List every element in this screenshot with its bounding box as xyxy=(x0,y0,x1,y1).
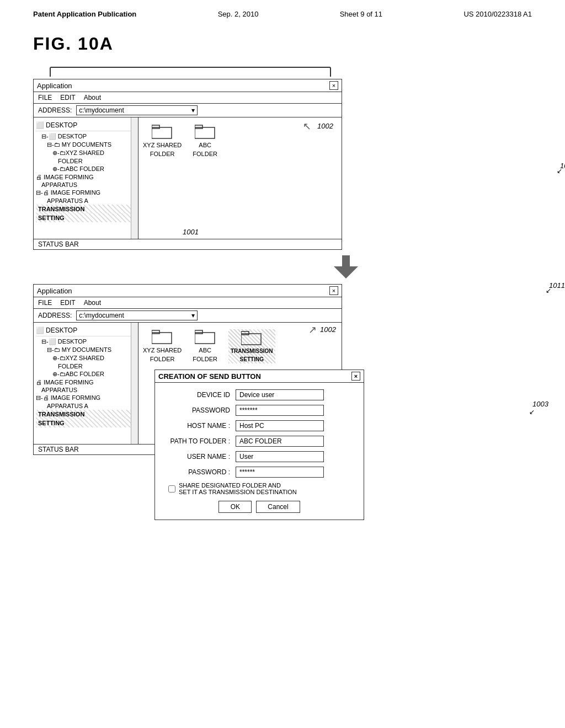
bottom-menu-file[interactable]: FILE xyxy=(38,299,52,307)
patent-header: Patent Application Publication Sep. 2, 2… xyxy=(0,0,565,23)
tree-item-mydocs: ⊟-🗀 MY DOCUMENTS xyxy=(36,141,136,149)
top-window-title: Application xyxy=(37,82,72,90)
label-device-id: DEVICE ID xyxy=(164,391,236,399)
input-username[interactable] xyxy=(236,451,324,462)
share-checkbox[interactable] xyxy=(168,485,175,493)
desktop-label: DESKTOP xyxy=(46,121,77,129)
svg-rect-4 xyxy=(152,333,172,344)
bottom-dropdown-arrow: ▾ xyxy=(191,312,195,319)
dialog-checkbox-row: SHARE DESIGNATED FOLDER ANDSET IT AS TRA… xyxy=(164,482,355,495)
tree-item-apparatus: APPARATUS xyxy=(36,181,136,189)
dialog-titlebar: CREATION OF SEND BUTTON × xyxy=(155,370,364,383)
dialog-title: CREATION OF SEND BUTTON xyxy=(158,372,261,381)
dialog-buttons: OK Cancel xyxy=(164,501,355,513)
address-input-bottom[interactable]: c:\mydocument ▾ xyxy=(76,311,198,320)
bottom-tree-item-apparatus-a: APPARATUS A xyxy=(36,402,136,410)
patent-header-number: US 2010/0223318 A1 xyxy=(463,10,532,18)
tree-item-image-forming: 🖨 IMAGE FORMING xyxy=(36,173,136,181)
menu-edit[interactable]: EDIT xyxy=(60,94,75,101)
bottom-tree-item-xyz: ⊕-🗀XYZ SHARED xyxy=(36,354,136,362)
ref-1001: 1001 xyxy=(183,228,199,236)
file-item-abc[interactable]: ABC FOLDER xyxy=(193,124,217,157)
figure-label: FIG. 10A xyxy=(0,23,565,62)
top-statusbar: STATUS BAR xyxy=(34,239,342,249)
tree-item-transmission[interactable]: TRANSMISSION xyxy=(36,205,136,213)
arrow-down-divider xyxy=(160,255,532,279)
bottom-menu-edit[interactable]: EDIT xyxy=(60,299,75,307)
label-hostname: HOST NAME : xyxy=(164,422,236,430)
address-label: ADDRESS: xyxy=(38,106,72,114)
svg-rect-9 xyxy=(241,331,249,335)
bottom-menu-about[interactable]: About xyxy=(84,299,101,307)
menu-file[interactable]: FILE xyxy=(38,94,52,101)
bottom-window-close[interactable]: × xyxy=(329,286,338,295)
ref-1011-arrow: ↙ xyxy=(546,287,551,295)
svg-rect-5 xyxy=(152,330,159,334)
ref-1003: 1003 xyxy=(532,400,548,408)
top-window-container: Application × FILE EDIT About ADDRESS: c… xyxy=(33,79,532,250)
label-password1: PASSWORD xyxy=(164,406,236,414)
dialog-row-path: PATH TO FOLDER : xyxy=(164,436,355,447)
patent-header-left: Patent Application Publication xyxy=(33,10,136,18)
bottom-file-item-xyz[interactable]: XYZ SHARED FOLDER xyxy=(143,329,182,362)
bottom-address-label: ADDRESS: xyxy=(38,312,72,319)
tree-item-xyz-shared: ⊕-🗀XYZ SHARED xyxy=(36,149,136,157)
menu-about[interactable]: About xyxy=(84,94,101,101)
bottom-window-addressbar: ADDRESS: c:\mydocument ▾ xyxy=(34,309,342,323)
tree-item-folder1: FOLDER xyxy=(36,157,136,165)
input-path[interactable] xyxy=(236,436,324,447)
tree-item-abc: ⊕-🗀ABC FOLDER xyxy=(36,165,136,173)
input-password2[interactable] xyxy=(236,467,324,478)
input-device-id[interactable] xyxy=(236,389,324,400)
ref-1011: 1011 xyxy=(549,281,565,290)
bottom-tree-item-desktop: ⊟-⬜ DESKTOP xyxy=(36,338,136,346)
svg-rect-7 xyxy=(195,330,202,334)
tree-item-image-forming-a: ⊟-🖨 IMAGE FORMING xyxy=(36,189,136,197)
bottom-desktop-icon: ⬜ xyxy=(36,326,44,334)
input-password1[interactable] xyxy=(236,405,324,416)
content-area: Application × FILE EDIT About ADDRESS: c… xyxy=(0,62,565,455)
bottom-section: Application × FILE EDIT About ADDRESS: c… xyxy=(33,284,532,455)
tree-item-setting[interactable]: SETTING xyxy=(36,213,136,222)
ok-button[interactable]: OK xyxy=(218,501,252,513)
ref-1010-arrow: ↙ xyxy=(557,167,562,175)
bottom-file-item-abc[interactable]: ABC FOLDER xyxy=(193,329,217,362)
dialog-body: DEVICE ID PASSWORD HOST NAME : PATH TO F… xyxy=(155,383,364,520)
bottom-tree-item-setting[interactable]: SETTING xyxy=(36,419,136,427)
input-hostname[interactable] xyxy=(236,420,324,431)
dialog-close[interactable]: × xyxy=(351,372,360,381)
bottom-tree-item-folder: FOLDER xyxy=(36,362,136,370)
dropdown-arrow: ▾ xyxy=(191,106,195,114)
tree-item-apparatus-a: APPARATUS A xyxy=(36,197,136,205)
top-window-close[interactable]: × xyxy=(329,81,338,90)
top-window-addressbar: ADDRESS: c:\mydocument ▾ xyxy=(34,104,342,117)
dialog-row-hostname: HOST NAME : xyxy=(164,420,355,431)
bottom-tree-desktop-root: ⬜ DESKTOP xyxy=(36,325,136,336)
top-window-body: ⬜ DESKTOP ⊟-⬜ DESKTOP ⊟-🗀 MY DOCUMENTS ⊕… xyxy=(34,117,342,239)
folder-icon-xyz xyxy=(152,124,173,140)
bottom-tree-item-apparatus: APPARATUS xyxy=(36,386,136,394)
label-username: USER NAME : xyxy=(164,453,236,461)
svg-rect-2 xyxy=(195,127,215,138)
bottom-file-item-transmission[interactable]: TRANSMISSION SETTING xyxy=(228,329,275,363)
arrow-head xyxy=(334,266,358,279)
bottom-folder-icon-transmission xyxy=(241,330,262,346)
top-tree-pane: ⬜ DESKTOP ⊟-⬜ DESKTOP ⊟-🗀 MY DOCUMENTS ⊕… xyxy=(34,117,138,239)
tree-desktop-root: ⬜ DESKTOP xyxy=(36,120,136,131)
svg-rect-6 xyxy=(195,333,215,344)
bottom-tree-item-transmission[interactable]: TRANSMISSION xyxy=(36,410,136,419)
top-window-menubar: FILE EDIT About xyxy=(34,92,342,104)
file-item-xyz[interactable]: XYZ SHARED FOLDER xyxy=(143,124,182,157)
brace-arc xyxy=(50,67,331,77)
address-input-top[interactable]: c:\mydocument ▾ xyxy=(76,105,198,115)
arrow-1002: ↗ xyxy=(303,120,311,132)
ref-1002-bottom: 1002 xyxy=(320,325,336,334)
top-file-pane: XYZ SHARED FOLDER ABC FOLDER 1002 xyxy=(138,117,342,239)
bottom-tree-item-image-forming-a: ⊟-🖨 IMAGE FORMING xyxy=(36,394,136,402)
cancel-button[interactable]: Cancel xyxy=(256,501,300,513)
bottom-tree-pane: ⬜ DESKTOP ⊟-⬜ DESKTOP ⊟-🗀 MY DOCUMENTS ⊕… xyxy=(34,323,138,444)
ref-1002-top: 1002 xyxy=(317,122,333,130)
svg-rect-8 xyxy=(241,334,261,345)
dialog-row-password1: PASSWORD xyxy=(164,405,355,416)
arrow-1002-bottom: ↗ xyxy=(308,324,317,336)
